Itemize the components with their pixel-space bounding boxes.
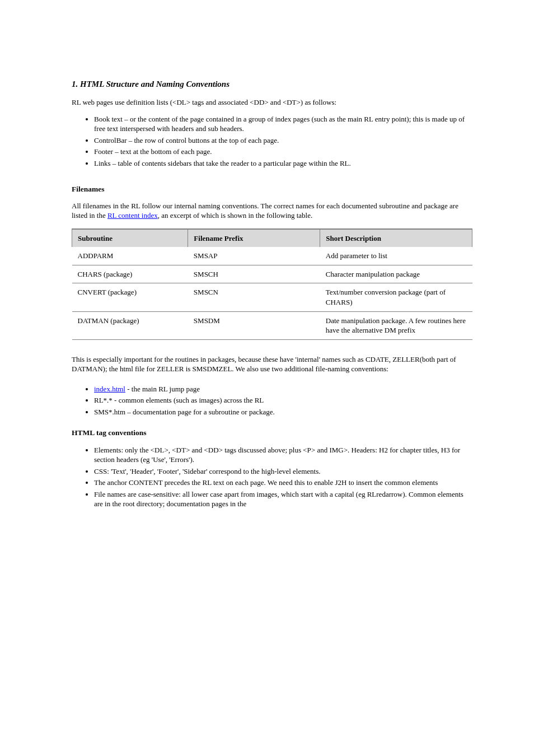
tag-convention-bullets: Elements: only the <DL>, <DT> and <DD> t… bbox=[72, 445, 472, 509]
section-1-leadin: RL web pages use definition lists (<DL> … bbox=[72, 97, 472, 108]
list-item: Links – table of contents sidebars that … bbox=[94, 158, 472, 169]
filenames-heading: Filenames bbox=[72, 184, 472, 194]
table-row: ADDPARM SMSAP Add parameter to list bbox=[72, 247, 472, 265]
section-1-title: 1. HTML Structure and Naming Conventions bbox=[72, 78, 472, 90]
table-row: CNVERT (package) SMSCN Text/number conve… bbox=[72, 283, 472, 311]
th-subroutine: Subroutine bbox=[72, 229, 188, 248]
naming-convention-bullets: index.html - the main RL jump page RL*.*… bbox=[72, 384, 472, 417]
filenames-para-2: This is especially important for the rou… bbox=[72, 354, 472, 374]
list-item: Footer – text at the bottom of each page… bbox=[94, 147, 472, 157]
th-description: Short Description bbox=[320, 229, 472, 248]
list-item: Elements: only the <DL>, <DT> and <DD> t… bbox=[94, 445, 472, 465]
list-item: Book text – or the content of the page c… bbox=[94, 114, 472, 134]
table-row: DATMAN (package) SMSDM Date manipulation… bbox=[72, 311, 472, 339]
table-row: CHARS (package) SMSCH Character manipula… bbox=[72, 265, 472, 283]
list-item: ControlBar – the row of control buttons … bbox=[94, 136, 472, 146]
list-item: RL*.* - common elements (such as images)… bbox=[94, 395, 472, 405]
list-item: File names are case-sensitive: all lower… bbox=[94, 489, 472, 509]
list-item: The anchor CONTENT precedes the RL text … bbox=[94, 478, 472, 488]
section-1-bullets: Book text – or the content of the page c… bbox=[72, 114, 472, 169]
list-item: CSS: 'Text', 'Header', 'Footer', 'Sideba… bbox=[94, 466, 472, 477]
rl-content-index-link[interactable]: RL content index bbox=[107, 211, 158, 220]
index-html-link[interactable]: index.html bbox=[94, 385, 125, 393]
filenames-para-1: All filenames in the RL follow our inter… bbox=[72, 201, 472, 221]
list-item: index.html - the main RL jump page bbox=[94, 384, 472, 394]
filename-table: Subroutine Filename Prefix Short Descrip… bbox=[72, 228, 472, 340]
list-item: SMS*.htm – documentation page for a subr… bbox=[94, 407, 472, 417]
th-filename-prefix: Filename Prefix bbox=[188, 229, 320, 248]
html-tag-conventions-heading: HTML tag conventions bbox=[72, 428, 472, 438]
